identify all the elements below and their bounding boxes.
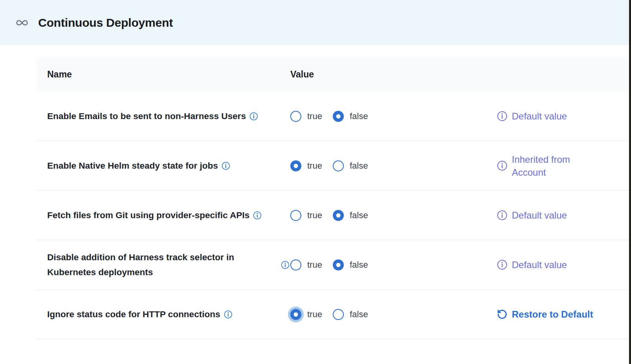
setting-label: Fetch files from Git using provider-spec… [47, 208, 249, 223]
setting-label: Enable Emails to be sent to non-Harness … [47, 109, 246, 124]
setting-row: Disable addition of Harness track select… [36, 240, 629, 290]
radio-false[interactable] [333, 210, 344, 221]
info-icon[interactable] [221, 162, 230, 170]
column-header-name: Name [47, 69, 290, 80]
radio-true-label: true [307, 210, 322, 221]
status-info-icon[interactable] [497, 210, 507, 221]
setting-row: Ignore status code for HTTP connections … [36, 290, 629, 339]
setting-status: Default value [497, 209, 628, 222]
status-text: Default value [512, 110, 567, 123]
setting-radio-group: true false [290, 259, 497, 270]
status-info-icon[interactable] [497, 111, 507, 121]
setting-name-cell: Enable Emails to be sent to non-Harness … [47, 109, 290, 124]
setting-radio-group: true false [290, 210, 497, 221]
setting-label: Enable Native Helm steady state for jobs [47, 158, 218, 173]
radio-true-label: true [307, 161, 322, 171]
status-info-icon[interactable] [497, 160, 507, 171]
setting-status: Inherited from Account [497, 153, 628, 179]
radio-true-label: true [307, 111, 322, 121]
radio-false[interactable] [333, 259, 344, 270]
radio-option-true[interactable]: true [290, 111, 322, 122]
setting-status: Default value [497, 110, 628, 123]
setting-radio-group: true false [290, 309, 497, 320]
status-text: Restore to Default [512, 308, 593, 321]
setting-radio-group: true false [290, 160, 497, 171]
radio-false[interactable] [333, 160, 344, 171]
setting-row: Enable Emails to be sent to non-Harness … [36, 92, 629, 141]
radio-true-label: true [307, 260, 322, 270]
settings-page: Continuous Deployment Name Value Enable … [0, 0, 631, 364]
radio-true[interactable] [290, 210, 301, 221]
status-text: Default value [512, 258, 567, 271]
table-header-row: Name Value [36, 57, 629, 92]
radio-option-true[interactable]: true [290, 259, 322, 270]
section-header: Continuous Deployment [0, 0, 629, 45]
radio-true[interactable] [290, 259, 301, 270]
radio-true-label: true [307, 309, 322, 320]
cd-infinity-link-icon [16, 17, 28, 29]
setting-label: Disable addition of Harness track select… [47, 250, 277, 280]
setting-status: Default value [497, 258, 628, 271]
screen-edge-artifact [629, 0, 631, 364]
column-header-value: Value [290, 69, 314, 80]
info-icon[interactable] [281, 261, 290, 269]
radio-option-false[interactable]: false [333, 259, 368, 270]
setting-status[interactable]: Restore to Default [497, 308, 628, 321]
setting-label: Ignore status code for HTTP connections [47, 307, 220, 322]
info-icon[interactable] [249, 112, 258, 121]
radio-option-false[interactable]: false [333, 210, 368, 221]
radio-option-false[interactable]: false [333, 309, 368, 320]
setting-radio-group: true false [290, 111, 497, 122]
radio-option-true[interactable]: true [290, 160, 322, 171]
radio-option-false[interactable]: false [333, 160, 368, 171]
setting-name-cell: Disable addition of Harness track select… [47, 250, 290, 280]
radio-false-label: false [350, 309, 368, 320]
radio-false-label: false [350, 210, 368, 221]
radio-option-false[interactable]: false [333, 111, 368, 122]
setting-row: Fetch files from Git using provider-spec… [36, 191, 629, 240]
radio-option-true[interactable]: true [290, 210, 322, 221]
info-icon[interactable] [253, 211, 262, 220]
settings-table: Name Value Enable Emails to be sent to n… [36, 57, 629, 339]
restore-icon[interactable] [497, 309, 507, 320]
settings-rows: Enable Emails to be sent to non-Harness … [36, 92, 629, 339]
radio-option-true[interactable]: true [290, 309, 322, 320]
setting-row: Enable Native Helm steady state for jobs… [36, 141, 629, 191]
radio-false-label: false [350, 161, 368, 171]
radio-false-label: false [350, 111, 368, 121]
radio-false[interactable] [333, 111, 344, 122]
radio-true[interactable] [290, 111, 301, 122]
info-icon[interactable] [224, 310, 232, 319]
setting-name-cell: Ignore status code for HTTP connections [47, 307, 290, 322]
setting-name-cell: Enable Native Helm steady state for jobs [47, 158, 290, 173]
status-info-icon[interactable] [497, 259, 507, 270]
status-text: Default value [512, 209, 567, 222]
radio-true[interactable] [290, 309, 301, 320]
status-text: Inherited from Account [512, 153, 585, 179]
radio-false-label: false [350, 260, 368, 270]
radio-true[interactable] [290, 160, 301, 171]
radio-false[interactable] [333, 309, 344, 320]
setting-name-cell: Fetch files from Git using provider-spec… [47, 208, 290, 223]
page-title: Continuous Deployment [38, 16, 173, 29]
